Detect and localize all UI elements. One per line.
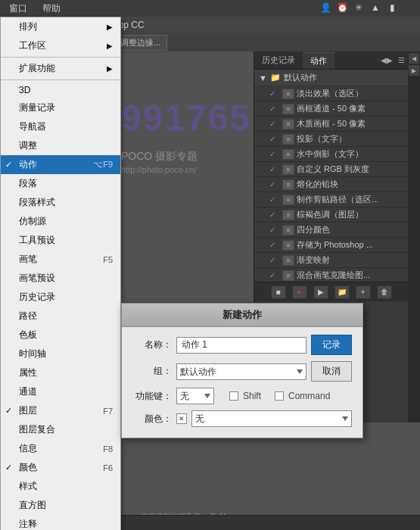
new-action-button[interactable]: + bbox=[356, 285, 371, 299]
context-menu-item-时间轴[interactable]: 时间轴 bbox=[1, 344, 120, 363]
watermark-url: http://photo.poco.cn/ bbox=[121, 165, 197, 174]
hotkey-select[interactable]: 无 bbox=[176, 388, 214, 404]
menu-item-help[interactable]: 帮助 bbox=[39, 1, 64, 17]
context-menu-item-样式[interactable]: 样式 bbox=[1, 477, 120, 496]
context-menu-item-属性[interactable]: 属性 bbox=[1, 363, 120, 382]
action-item[interactable]: ✓≡制作剪贴路径（选区... bbox=[254, 192, 408, 207]
submenu-arrow-icon: ▶ bbox=[107, 23, 113, 31]
menu-item-label: 颜色 bbox=[19, 461, 37, 474]
color-row: 颜色： ✕ 无 bbox=[132, 410, 352, 427]
collapse-button[interactable]: ◀ bbox=[409, 53, 419, 64]
action-check-icon: ✓ bbox=[269, 271, 280, 279]
menu-item-label: 路径 bbox=[19, 310, 37, 323]
name-label: 名称： bbox=[132, 338, 172, 351]
context-menu-item-调整[interactable]: 调整 bbox=[1, 136, 120, 155]
action-item[interactable]: ✓≡自定义 RGB 到灰度 bbox=[254, 162, 408, 177]
name-row: 名称： 记录 bbox=[132, 335, 352, 355]
stop-button[interactable]: ■ bbox=[271, 285, 286, 299]
context-menu-item-图层[interactable]: ✓图层F7 bbox=[1, 401, 120, 420]
action-check-icon: ✓ bbox=[269, 241, 280, 249]
group-label: 默认动作 bbox=[284, 72, 317, 83]
action-check-icon: ✓ bbox=[269, 104, 280, 113]
action-item[interactable]: ✓≡存储为 Photoshop ... bbox=[254, 238, 408, 253]
context-menu-item-颜色[interactable]: ✓颜色F6 bbox=[1, 458, 120, 477]
context-menu-item-画笔预设[interactable]: 画笔预设 bbox=[1, 269, 120, 288]
command-checkbox[interactable] bbox=[275, 391, 284, 401]
action-item[interactable]: ✓≡混合画笔克隆绘图... bbox=[254, 268, 408, 282]
watermark-brand: POCO 摄影专题 bbox=[121, 150, 198, 164]
action-group-header[interactable]: ▼📁默认动作 bbox=[254, 70, 408, 86]
action-check-icon: ✓ bbox=[269, 180, 280, 189]
shift-label: Shift bbox=[243, 391, 261, 401]
action-item[interactable]: ✓≡熔化的铅块 bbox=[254, 177, 408, 192]
context-menu-item-工作区[interactable]: 工作区▶ bbox=[1, 36, 120, 55]
context-menu-item-历史记录[interactable]: 历史记录 bbox=[1, 288, 120, 307]
context-menu-item-仿制源[interactable]: 仿制源 bbox=[1, 212, 120, 231]
context-menu-item-路径[interactable]: 路径 bbox=[1, 307, 120, 326]
menu-item-label: 通道 bbox=[19, 385, 37, 398]
action-item[interactable]: ✓≡水中倒影（文字） bbox=[254, 147, 408, 162]
action-label: 制作剪贴路径（选区... bbox=[297, 194, 403, 205]
new-set-button[interactable]: 📁 bbox=[334, 285, 350, 299]
action-label: 画框通道 - 50 像素 bbox=[297, 103, 403, 114]
action-icon: ≡ bbox=[282, 119, 294, 129]
top-icons: 👤 ⏰ ✳ ▲ ▮ bbox=[320, 2, 397, 13]
context-menu-item-直方图[interactable]: 直方图 bbox=[1, 496, 120, 515]
new-action-dialog[interactable]: 新建动作 名称： 记录 组： 默认动作 取消 功能键： 无 bbox=[121, 303, 363, 438]
action-item[interactable]: ✓≡淡出效果（选区） bbox=[254, 86, 408, 101]
action-item[interactable]: ✓≡画框通道 - 50 像素 bbox=[254, 101, 408, 117]
adjust-edges-button[interactable]: 调整边缘... bbox=[114, 35, 167, 51]
checkmark-icon: ✓ bbox=[5, 406, 12, 416]
context-menu-item-3D[interactable]: 3D bbox=[1, 82, 120, 98]
checkmark-icon: ✓ bbox=[5, 463, 12, 472]
context-menu-item-排列[interactable]: 排列▶ bbox=[1, 17, 120, 36]
action-item[interactable]: ✓≡四分颜色 bbox=[254, 223, 408, 238]
context-menu-item-色板[interactable]: 色板 bbox=[1, 326, 120, 344]
context-menu-item-通道[interactable]: 通道 bbox=[1, 382, 120, 401]
context-menu-item-工具预设[interactable]: 工具预设 bbox=[1, 231, 120, 250]
record-button[interactable]: ● bbox=[292, 285, 307, 299]
action-item[interactable]: ✓≡投影（文字） bbox=[254, 132, 408, 147]
context-menu-item-信息[interactable]: 信息F8 bbox=[1, 439, 120, 458]
color-select[interactable]: 无 bbox=[191, 410, 352, 427]
expand-button[interactable]: ▶ bbox=[409, 65, 419, 76]
action-icon: ≡ bbox=[282, 104, 294, 114]
menu-item-window[interactable]: 窗口 bbox=[6, 1, 30, 17]
context-menu-item-动作[interactable]: ✓动作⌥F9 bbox=[1, 155, 120, 174]
action-label: 棕褐色调（图层） bbox=[297, 209, 403, 220]
menu-item-label: 属性 bbox=[19, 366, 37, 379]
shift-checkbox[interactable] bbox=[229, 391, 238, 401]
context-menu-item-扩展功能[interactable]: 扩展功能▶ bbox=[1, 59, 120, 78]
tab-history[interactable]: 历史记录 bbox=[254, 52, 303, 68]
action-icon: ≡ bbox=[282, 255, 294, 266]
action-icon: ≡ bbox=[282, 164, 294, 175]
menu-item-label: 工具预设 bbox=[19, 234, 55, 247]
cancel-button[interactable]: 取消 bbox=[311, 361, 352, 382]
context-menu-item-测量记录[interactable]: 测量记录 bbox=[1, 98, 120, 117]
action-item[interactable]: ✓≡棕褐色调（图层） bbox=[254, 207, 408, 223]
context-menu-item-段落[interactable]: 段落 bbox=[1, 174, 120, 193]
action-item[interactable]: ✓≡渐变映射 bbox=[254, 253, 408, 268]
menu-item-label: 动作 bbox=[19, 158, 37, 171]
menu-item-label: 排列 bbox=[19, 20, 37, 33]
menu-item-label: 样式 bbox=[19, 480, 37, 493]
name-input[interactable] bbox=[176, 337, 306, 354]
dialog-body: 名称： 记录 组： 默认动作 取消 功能键： 无 Shift bbox=[122, 327, 362, 438]
color-indicator: ✕ bbox=[176, 413, 187, 424]
delete-button[interactable]: 🗑 bbox=[377, 285, 392, 299]
context-menu-item-注释[interactable]: 注释 bbox=[1, 515, 120, 530]
tab-actions[interactable]: 动作 bbox=[303, 52, 334, 69]
record-button[interactable]: 记录 bbox=[311, 335, 352, 355]
context-menu-item-画笔[interactable]: 画笔F5 bbox=[1, 250, 120, 269]
play-button[interactable]: ▶ bbox=[313, 285, 328, 299]
action-check-icon: ✓ bbox=[269, 150, 280, 158]
action-item[interactable]: ✓≡木质画框 - 50 像素 bbox=[254, 117, 408, 132]
panel-menu-button[interactable]: ☰ bbox=[398, 56, 405, 64]
context-menu-item-段落样式[interactable]: 段落样式 bbox=[1, 193, 120, 212]
menu-item-label: 画笔预设 bbox=[19, 272, 55, 285]
action-icon: ≡ bbox=[282, 210, 294, 220]
menu-item-label: 色板 bbox=[19, 329, 37, 341]
context-menu-item-导航器[interactable]: 导航器 bbox=[1, 117, 120, 136]
group-select[interactable]: 默认动作 bbox=[176, 363, 306, 380]
context-menu-item-图层复合[interactable]: 图层复合 bbox=[1, 420, 120, 439]
